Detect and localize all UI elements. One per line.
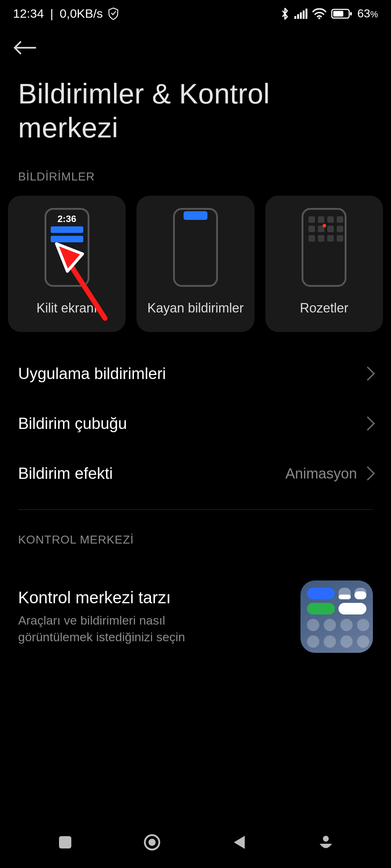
nav-home-button[interactable] <box>130 828 174 857</box>
svg-rect-7 <box>333 11 344 17</box>
status-left: 12:34 | 0,0KB/s <box>13 7 119 21</box>
nav-keyboard-switch-button[interactable] <box>304 828 348 857</box>
arrow-left-icon <box>13 40 36 57</box>
section-label-control-center: KONTROL MERKEZİ <box>0 510 391 559</box>
svg-rect-3 <box>303 10 304 19</box>
status-right: 63% <box>281 7 378 20</box>
row-title: Uygulama bildirimleri <box>18 365 166 383</box>
nav-back-button[interactable] <box>217 828 261 857</box>
row-title: Kontrol merkezi tarzı <box>18 588 290 607</box>
chevron-right-icon <box>361 466 375 481</box>
bluetooth-icon <box>281 7 289 20</box>
row-value: Animasyon <box>285 465 357 482</box>
svg-rect-10 <box>59 836 71 848</box>
row-control-center-style[interactable]: Kontrol merkezi tarzı Araçları ve bildir… <box>0 559 391 653</box>
card-badges[interactable]: Rozetler <box>265 196 383 332</box>
wifi-icon <box>312 8 326 19</box>
page-title: Bildirimler & Kontrol merkezi <box>0 63 391 163</box>
row-title: Bildirim çubuğu <box>18 414 127 433</box>
svg-marker-13 <box>234 836 245 849</box>
battery-percent: 63% <box>357 7 378 20</box>
preview-clock: 2:36 <box>46 213 88 225</box>
floating-preview-icon <box>173 208 218 287</box>
back-button[interactable] <box>13 34 42 63</box>
card-label: Rozetler <box>300 300 348 316</box>
nav-bar <box>0 817 391 868</box>
settings-list: Uygulama bildirimleri Bildirim çubuğu Bi… <box>0 332 391 498</box>
battery-icon <box>331 8 352 19</box>
cellular-signal-icon <box>294 8 307 19</box>
circle-icon <box>143 833 161 853</box>
chevron-right-icon <box>361 416 375 431</box>
svg-rect-2 <box>300 12 302 19</box>
card-lock-screen[interactable]: 2:36 Kilit ekranı <box>8 196 126 332</box>
svg-rect-1 <box>297 14 299 19</box>
status-net-speed: 0,0KB/s <box>60 7 103 21</box>
status-time: 12:34 <box>13 7 44 21</box>
notification-cards: 2:36 Kilit ekranı Kayan bildirimler Roze… <box>0 196 391 332</box>
square-icon <box>58 835 73 851</box>
svg-rect-8 <box>350 12 352 16</box>
status-bar: 12:34 | 0,0KB/s 63% <box>0 0 391 24</box>
svg-point-5 <box>318 17 320 19</box>
security-shield-icon <box>108 8 119 20</box>
row-app-notifications[interactable]: Uygulama bildirimleri <box>0 349 391 399</box>
svg-point-12 <box>148 839 156 846</box>
screen: { "status": { "time": "12:34", "net_spee… <box>0 0 391 868</box>
status-sep: | <box>47 7 57 21</box>
keyboard-down-icon <box>318 834 334 851</box>
svg-rect-0 <box>294 16 296 19</box>
row-notification-bar[interactable]: Bildirim çubuğu <box>0 399 391 448</box>
badges-preview-icon <box>302 208 346 287</box>
row-description: Araçları ve bildirimleri nasıl görüntüle… <box>18 612 206 646</box>
card-label: Kilit ekranı <box>37 300 97 316</box>
section-label-notifications: BİLDİRİMLER <box>0 163 391 196</box>
row-notification-effect[interactable]: Bildirim efekti Animasyon <box>0 448 391 498</box>
svg-rect-4 <box>306 8 307 18</box>
svg-point-14 <box>323 836 329 842</box>
toolbar <box>0 24 391 63</box>
nav-recents-button[interactable] <box>43 828 87 857</box>
row-title: Bildirim efekti <box>18 464 113 482</box>
control-center-style-preview-icon <box>300 580 373 653</box>
chevron-right-icon <box>361 366 375 381</box>
card-floating-notifications[interactable]: Kayan bildirimler <box>136 196 254 332</box>
triangle-left-icon <box>232 834 246 851</box>
card-label: Kayan bildirimler <box>147 300 244 316</box>
lock-screen-preview-icon: 2:36 <box>45 208 89 287</box>
